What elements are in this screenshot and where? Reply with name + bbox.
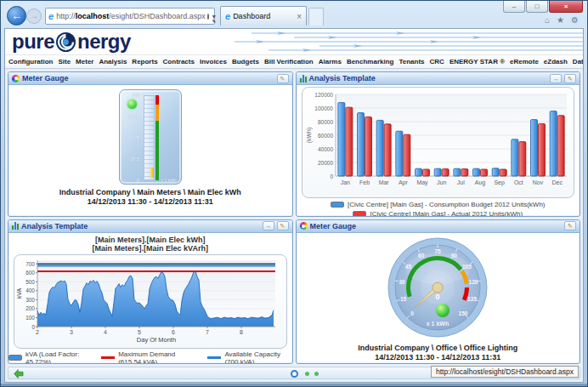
- back-button[interactable]: ←: [7, 6, 26, 26]
- panel4-edit-button[interactable]: ✎: [564, 221, 576, 230]
- menu-item-alarms[interactable]: Alarms: [319, 58, 342, 65]
- svg-text:20000: 20000: [317, 160, 332, 166]
- panel2-navigate-button[interactable]: →: [550, 74, 562, 83]
- gauge-scale-label: 37.5: [131, 157, 139, 161]
- url-path: /esight/DSHDashboard.aspx: [109, 12, 206, 20]
- maximize-button[interactable]: □: [526, 1, 548, 13]
- browser-tab-dashboard[interactable]: e Dashboard ×: [220, 6, 307, 26]
- gauge1-caption: Industrial Company \ Main Meters \ Main …: [8, 188, 292, 207]
- svg-text:0: 0: [31, 323, 35, 329]
- panel2-body: 020000400006000080000100000120000JanFebM…: [297, 85, 580, 216]
- menu-item-meter[interactable]: Meter: [76, 58, 93, 65]
- logo-text-right: nergy: [77, 30, 131, 54]
- legend-line-max-demand: [101, 356, 115, 359]
- menu-item-eremote[interactable]: eRemote: [510, 58, 539, 65]
- logo-band: purenergy: [5, 29, 583, 54]
- legend-label-actual: [Civic Centre] [Main Gas] - Actual 2012 …: [370, 209, 523, 217]
- svg-text:120: 120: [469, 278, 478, 284]
- svg-text:80000: 80000: [317, 119, 332, 125]
- menu-item-budgets[interactable]: Budgets: [232, 58, 259, 65]
- svg-text:Jan: Jan: [340, 179, 349, 185]
- panel3-edit-button[interactable]: ✎: [277, 221, 289, 230]
- menu-item-tenants[interactable]: Tenants: [399, 58, 424, 65]
- minimize-button[interactable]: –: [503, 1, 525, 13]
- svg-text:135: 135: [467, 295, 477, 301]
- gauge-scale-label: 150: [132, 93, 139, 97]
- panel-analysis-area: Analysis Template → ✎ [Main Meters].[Mai…: [8, 219, 293, 365]
- panel3-navigate-button[interactable]: →: [263, 221, 274, 230]
- forward-button[interactable]: →: [26, 9, 42, 24]
- panel3-title: Analysis Template: [21, 222, 260, 230]
- tab-close-icon[interactable]: ×: [297, 12, 302, 21]
- svg-text:0: 0: [436, 293, 440, 301]
- menu-item-bill-verification[interactable]: Bill Verification: [264, 58, 314, 65]
- svg-text:Day Of Month: Day Of Month: [137, 336, 176, 344]
- ie-page-icon: e: [48, 11, 54, 21]
- svg-text:2: 2: [36, 329, 39, 335]
- svg-text:150: 150: [459, 310, 468, 316]
- status-dot-icon: [305, 372, 309, 376]
- menu-item-configuration[interactable]: Configuration: [8, 58, 53, 65]
- search-icon[interactable]: [207, 14, 209, 20]
- svg-text:45: 45: [405, 263, 412, 269]
- menu-item-data-exchange[interactable]: Data Exchange: [573, 58, 583, 65]
- menu-item-invoices[interactable]: Invoices: [200, 58, 227, 65]
- panel-meter-gauge-linear: Meter Gauge ✎ x 1 kWh 150112.57537.50 In: [8, 71, 293, 217]
- svg-text:Sep: Sep: [494, 179, 505, 186]
- radial-gauge: 01530456075901051201351500x 1 kWh: [378, 235, 497, 340]
- svg-text:30: 30: [399, 278, 406, 284]
- svg-text:100000: 100000: [314, 105, 333, 111]
- panel4-title: Meter Gauge: [310, 222, 563, 230]
- svg-text:Apr: Apr: [398, 179, 408, 186]
- area-chart-legend: kVA (Load Factor: 45.72%) Maximum Demand…: [8, 350, 292, 365]
- panel2-header: Analysis Template → ✎: [297, 72, 580, 85]
- menu-item-energy-star-[interactable]: ENERGY STAR ®: [449, 58, 505, 65]
- svg-text:7: 7: [206, 329, 209, 335]
- menu-item-crc[interactable]: CRC: [430, 58, 444, 65]
- svg-text:Nov: Nov: [532, 179, 543, 185]
- menu-item-benchmarking[interactable]: Benchmarking: [347, 58, 394, 65]
- bar-chart-legend: [Civic Centre] [Main Gas] - Consumption …: [297, 200, 580, 217]
- menu-item-contracts[interactable]: Contracts: [163, 58, 195, 65]
- svg-text:Jul: Jul: [456, 179, 464, 185]
- legend-label-max-demand: Maximum Demand (615.54 kVA): [118, 350, 194, 365]
- svg-text:4: 4: [104, 329, 107, 335]
- close-button[interactable]: ×: [549, 1, 583, 13]
- svg-text:8: 8: [240, 329, 243, 335]
- refresh-status-icon[interactable]: [291, 370, 298, 378]
- thermometer-gauge: x 1 kWh 150112.57537.50: [119, 89, 182, 185]
- menu-item-ezdash[interactable]: eZdash: [544, 58, 568, 65]
- url-host: localhost: [76, 12, 110, 20]
- svg-text:May: May: [416, 179, 428, 186]
- gauge-zone-strip: [155, 95, 159, 180]
- svg-text:Dec: Dec: [551, 179, 563, 185]
- gauge-value-bar: [150, 168, 154, 178]
- home-icon[interactable]: ⌂: [545, 15, 550, 25]
- settings-gear-icon[interactable]: ⚙: [571, 15, 579, 25]
- new-tab-button[interactable]: [308, 8, 324, 26]
- menu-item-site[interactable]: Site: [58, 58, 71, 65]
- svg-text:x 1 kWh: x 1 kWh: [427, 321, 449, 327]
- panel1-body: x 1 kWh 150112.57537.50 Industrial Compa…: [8, 85, 292, 216]
- svg-text:6: 6: [172, 329, 175, 335]
- svg-text:40000: 40000: [317, 146, 332, 152]
- logo-text-left: pure: [12, 30, 54, 54]
- address-bar[interactable]: e http://localhost/esight/DSHDashboard.a…: [45, 8, 215, 25]
- svg-text:15: 15: [400, 295, 407, 301]
- favorites-icon[interactable]: ★: [557, 15, 564, 25]
- browser-chrome: ← → e http://localhost/esight/DSHDashboa…: [1, 1, 587, 28]
- gauge-scale-label: 112.5: [128, 114, 139, 118]
- pure-energy-logo: purenergy: [12, 30, 131, 54]
- browser-window: ← → e http://localhost/esight/DSHDashboa…: [0, 0, 588, 387]
- tab-title: Dashboard: [233, 12, 270, 20]
- svg-text:700: 700: [25, 260, 35, 266]
- svg-text:60: 60: [418, 252, 425, 258]
- svg-text:Jun: Jun: [437, 179, 446, 185]
- menu-item-analysis[interactable]: Analysis: [99, 58, 127, 65]
- status-bar-url-tooltip: http://localhost/esight/DSHDashboard.asp…: [431, 366, 579, 378]
- previous-page-arrow-icon[interactable]: [14, 369, 24, 378]
- legend-chip-budget: [331, 202, 344, 208]
- panel2-edit-button[interactable]: ✎: [564, 74, 576, 83]
- menu-item-reports[interactable]: Reports: [132, 58, 157, 65]
- panel1-edit-button[interactable]: ✎: [277, 74, 289, 83]
